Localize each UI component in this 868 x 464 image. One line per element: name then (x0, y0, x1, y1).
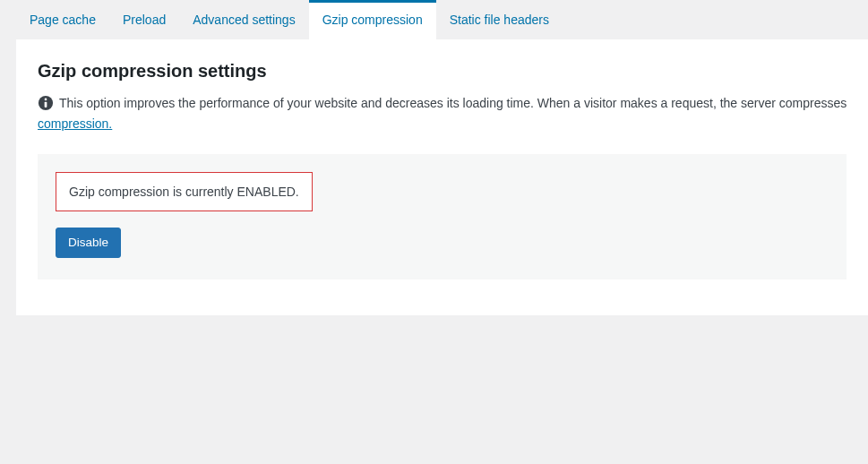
info-icon (38, 95, 54, 111)
tabs-nav: Page cache Preload Advanced settings Gzi… (0, 0, 868, 39)
svg-rect-2 (45, 102, 47, 107)
info-link-compression[interactable]: compression. (38, 116, 112, 131)
tab-advanced-settings[interactable]: Advanced settings (179, 0, 308, 39)
info-row: This option improves the performance of … (38, 94, 847, 113)
tab-page-cache[interactable]: Page cache (16, 0, 109, 39)
tab-static-file-headers[interactable]: Static file headers (436, 0, 563, 39)
status-text: Gzip compression is currently ENABLED. (69, 185, 299, 199)
disable-button[interactable]: Disable (56, 228, 121, 258)
svg-point-1 (45, 99, 47, 101)
info-text: This option improves the performance of … (59, 94, 847, 113)
content-panel: Gzip compression settings This option im… (16, 39, 868, 315)
tab-gzip-compression[interactable]: Gzip compression (309, 0, 436, 39)
tab-preload[interactable]: Preload (109, 0, 179, 39)
status-container: Gzip compression is currently ENABLED. D… (38, 154, 847, 279)
page-title: Gzip compression settings (38, 61, 847, 82)
status-box: Gzip compression is currently ENABLED. (56, 172, 313, 211)
